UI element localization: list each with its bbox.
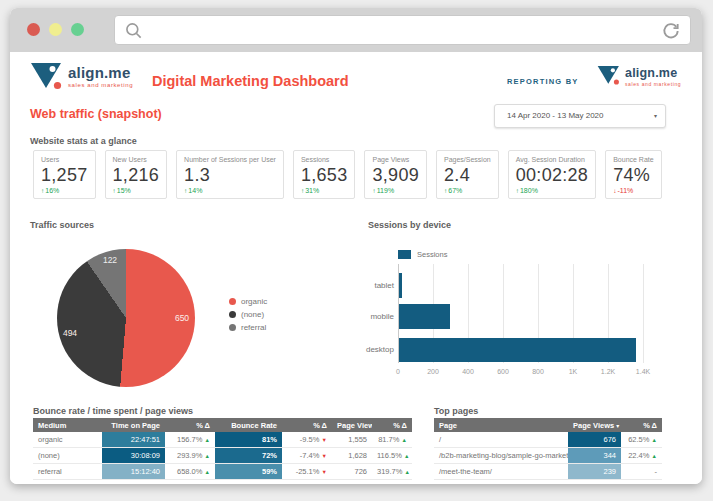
- col-page-views[interactable]: Page Views: [332, 418, 372, 432]
- legend-dot: [229, 324, 236, 331]
- x-tick: 1K: [569, 368, 578, 375]
- bar-desktop[interactable]: [399, 338, 636, 362]
- bounce-table-heading: Bounce rate / time spent / page views: [33, 406, 193, 416]
- pie-value-organic: 650: [175, 313, 189, 323]
- stats-heading: Website stats at a glance: [30, 136, 137, 146]
- col-delta[interactable]: % Δ: [282, 418, 332, 432]
- table-header-row: Page Page Views▾ % Δ: [434, 418, 662, 432]
- axis-label-desktop: desktop: [340, 345, 394, 354]
- browser-chrome: [10, 8, 702, 52]
- up-arrow-icon: ↑: [113, 187, 116, 194]
- stat-value: 00:02:28: [516, 165, 588, 186]
- bar-tablet[interactable]: [399, 273, 402, 298]
- bar-mobile[interactable]: [399, 304, 450, 329]
- stat-delta: ↑14%: [184, 187, 276, 194]
- partner-brand-tagline: sales and marketing: [625, 81, 681, 87]
- stat-card-bounce-rate: Bounce Rate 74% ↓-11%: [605, 150, 661, 199]
- search-icon: [124, 21, 144, 41]
- down-arrow-icon: ↓: [613, 187, 616, 194]
- time-delta-cell: 658.0% ▲: [165, 464, 215, 480]
- views-cell: 1,555: [332, 432, 372, 448]
- x-tick: 1.4K: [636, 368, 650, 375]
- col-delta[interactable]: % Δ: [372, 418, 412, 432]
- stat-delta: ↑119%: [372, 187, 419, 194]
- axis-label-mobile: mobile: [340, 312, 394, 321]
- bounce-delta-cell: -9.5% ▼: [282, 432, 332, 448]
- time-cell: 30:08:09: [102, 448, 165, 464]
- col-delta[interactable]: % Δ: [621, 418, 662, 432]
- legend-dot: [229, 311, 236, 318]
- stat-value: 1,257: [41, 165, 88, 186]
- brand-name: align.me: [68, 64, 133, 81]
- page-title: Web traffic (snapshot): [30, 107, 162, 121]
- table-row: organic 22:47:51 156.7% ▲ 81% -9.5% ▼ 1,…: [33, 432, 412, 448]
- page-cell[interactable]: /: [434, 432, 568, 448]
- col-medium[interactable]: Medium: [33, 418, 102, 432]
- top-pages-heading: Top pages: [434, 406, 478, 416]
- stat-label: Sessions: [301, 156, 348, 163]
- col-page-views-sorted[interactable]: Page Views▾: [568, 418, 621, 432]
- delta-arrow-icon: ▼: [322, 437, 327, 443]
- brand-tagline: sales and marketing: [68, 82, 133, 88]
- bounce-cell: 81%: [215, 432, 282, 448]
- up-arrow-icon: ↑: [184, 187, 187, 194]
- browser-search-input[interactable]: [149, 17, 556, 45]
- alignme-logo-icon: [30, 62, 64, 92]
- pie-value-none: 494: [63, 328, 77, 338]
- stat-value: 3,909: [372, 165, 419, 186]
- dashboard-page: align.me sales and marketing Digital Mar…: [10, 52, 702, 484]
- legend-dot: [229, 298, 236, 305]
- x-tick: 200: [427, 368, 439, 375]
- address-bar[interactable]: [114, 15, 691, 45]
- delta-cell: -: [621, 464, 662, 480]
- views-delta-cell: 116.5% ▲: [372, 448, 412, 464]
- delta-arrow-icon: ▲: [205, 437, 210, 443]
- sessions-by-device-heading: Sessions by device: [368, 220, 451, 230]
- bounce-table: Medium Time on Page % Δ Bounce Rate % Δ …: [33, 418, 412, 480]
- stat-card-sessions-per-user: Number of Sessions per User 1.3 ↑14%: [176, 150, 284, 199]
- stat-delta: ↑31%: [301, 187, 348, 194]
- legend-item-organic[interactable]: organic: [229, 295, 267, 308]
- col-delta[interactable]: % Δ: [165, 418, 215, 432]
- views-cell: 1,628: [332, 448, 372, 464]
- delta-arrow-icon: ▲: [405, 469, 410, 475]
- stat-delta: ↓-11%: [613, 187, 653, 194]
- stat-value: 1,653: [301, 165, 348, 186]
- medium-cell: (none): [33, 448, 102, 464]
- legend-item-referral[interactable]: referral: [229, 321, 267, 334]
- bar-plot-area: [398, 264, 644, 363]
- medium-cell: organic: [33, 432, 102, 448]
- stat-card-users: Users 1,257 ↑16%: [33, 150, 96, 199]
- col-time-on-page[interactable]: Time on Page: [102, 418, 165, 432]
- stat-label: Bounce Rate: [613, 156, 653, 163]
- minimize-button[interactable]: [49, 23, 62, 36]
- stat-delta: ↑15%: [113, 187, 160, 194]
- views-cell: 239: [568, 464, 621, 480]
- up-arrow-icon: ↑: [372, 187, 375, 194]
- delta-arrow-icon: ▲: [652, 453, 657, 459]
- stat-label: Users: [41, 156, 88, 163]
- delta-arrow-icon: ▼: [322, 469, 327, 475]
- table-row: /b2b-marketing-blog/sample-go-market-...…: [434, 448, 662, 464]
- dashboard-title: Digital Marketing Dashboard: [152, 73, 349, 89]
- col-page[interactable]: Page: [434, 418, 568, 432]
- traffic-sources-heading: Traffic sources: [30, 220, 94, 230]
- page-cell[interactable]: /meet-the-team/: [434, 464, 568, 480]
- delta-arrow-icon: ▲: [652, 437, 657, 443]
- legend-item-none[interactable]: (none): [229, 308, 267, 321]
- table-row: referral 15:12:40 658.0% ▲ 59% -25.1% ▼ …: [33, 464, 412, 480]
- maximize-button[interactable]: [71, 23, 84, 36]
- page-cell[interactable]: /b2b-marketing-blog/sample-go-market-...: [434, 448, 568, 464]
- date-range-selector[interactable]: 14 Apr 2020 - 13 May 2020 ▾: [494, 104, 666, 128]
- views-delta-cell: 81.7% ▲: [372, 432, 412, 448]
- delta-cell: 62.5% ▲: [621, 432, 662, 448]
- close-button[interactable]: [27, 23, 40, 36]
- delta-arrow-icon: ▲: [205, 453, 210, 459]
- col-bounce-rate[interactable]: Bounce Rate: [215, 418, 282, 432]
- refresh-icon[interactable]: [661, 21, 681, 41]
- legend-label: organic: [241, 297, 267, 306]
- delta-arrow-icon: ▲: [205, 469, 210, 475]
- delta-arrow-icon: ▼: [322, 453, 327, 459]
- partner-brand-name: align.me: [625, 66, 681, 80]
- sort-desc-icon: ▾: [616, 423, 619, 429]
